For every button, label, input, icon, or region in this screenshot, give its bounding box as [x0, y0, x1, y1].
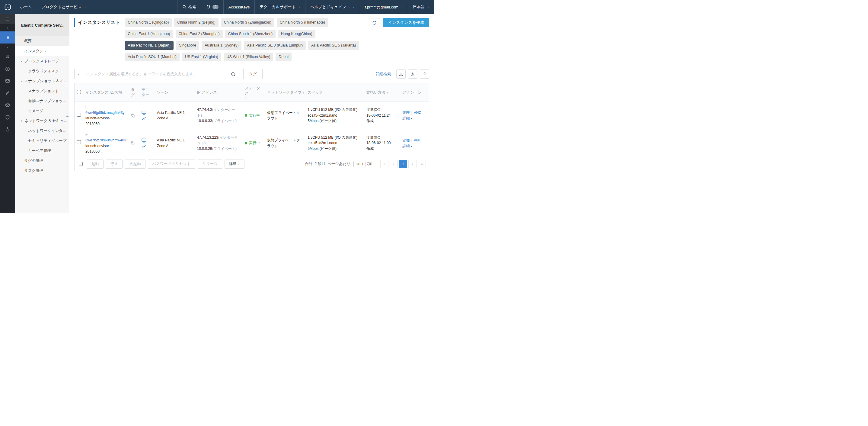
alibaba-cloud-logo[interactable] — [0, 0, 15, 14]
row-checkbox[interactable] — [77, 113, 81, 117]
sidebar-resize-handle[interactable] — [66, 114, 68, 117]
search-button[interactable] — [226, 69, 240, 79]
footer-select-all-checkbox[interactable] — [79, 162, 83, 166]
region-tab[interactable]: China East 2 (Shanghai) — [176, 30, 223, 38]
package-icon[interactable] — [0, 99, 15, 111]
nav-help[interactable]: ヘルプとドキュメント▼ — [305, 0, 360, 14]
select-all-checkbox[interactable] — [77, 90, 81, 94]
lab-icon[interactable] — [0, 123, 15, 135]
menu-icon[interactable] — [0, 14, 15, 24]
vnc-link[interactable]: VNC — [414, 138, 421, 142]
sidebar-item-task-management[interactable]: タスク管理 — [15, 166, 69, 176]
edit-icon[interactable] — [0, 87, 15, 99]
create-instance-button[interactable]: インスタンスを作成 — [383, 18, 429, 27]
sidebar-item-overview[interactable]: 概要 — [15, 36, 69, 46]
settings-button[interactable] — [408, 69, 417, 79]
more-actions-link[interactable]: 詳細 — [403, 144, 410, 148]
region-tab[interactable]: Asia Pacific SOU 1 (Mumbai) — [125, 53, 180, 61]
nav-home[interactable]: ホーム — [15, 0, 37, 14]
search-attribute-select[interactable]: ▼ — [74, 69, 83, 79]
region-tab[interactable]: China North 3 (Zhangjiakou) — [221, 18, 274, 27]
region-tab[interactable]: China North 2 (Beijing) — [174, 18, 218, 27]
reset-password-button[interactable]: パスワードのリセット — [148, 160, 195, 169]
region-tab[interactable]: China North 1 (Qingdao) — [125, 18, 172, 27]
caret-down-icon[interactable]: ▼ — [0, 44, 15, 51]
start-button[interactable]: 起動 — [87, 160, 103, 169]
vnc-link[interactable]: VNC — [414, 111, 421, 115]
region-tab[interactable]: Asia Pacific SE 5 (Jakarta) — [308, 41, 359, 50]
col-tag: タグ — [129, 83, 139, 102]
manage-link[interactable]: 管理 — [403, 111, 410, 115]
instance-id-link[interactable]: i-6we7rvz7ds68svhmw403 — [85, 132, 126, 143]
monitoring-chart-icon[interactable] — [142, 144, 146, 148]
sidebar-group-block-storage[interactable]: ▼ブロックストレージ — [15, 56, 69, 66]
nav-account[interactable]: f.pr****@gmail.com▼ — [360, 0, 408, 14]
tag-filter-button[interactable]: タグ — [243, 69, 262, 79]
sidebar-item-tag-management[interactable]: タグの管理 — [15, 156, 69, 166]
nav-search[interactable]: 検索 — [177, 0, 201, 14]
current-page-button[interactable]: 1 — [399, 160, 407, 168]
sidebar-item-instances[interactable]: インスタンス — [15, 46, 69, 56]
public-ip: 47.74.4.3 — [197, 108, 212, 112]
region-tab[interactable]: China East 1 (Hangzhou) — [125, 30, 173, 38]
tag-icon[interactable] — [131, 141, 135, 146]
monitoring-chart-icon[interactable] — [142, 117, 146, 120]
nav-support[interactable]: テクニカルサポート▼ — [254, 0, 305, 14]
sidebar-group-snapshots[interactable]: ▼スナップショット & イ… — [15, 76, 69, 86]
instances-list-icon[interactable] — [0, 31, 15, 44]
per-page-select[interactable]: 20▲▼ — [353, 161, 366, 167]
sidebar-item-snapshot[interactable]: スナップショット — [15, 86, 69, 96]
region-tab[interactable]: China North 5 (Huhehaote) — [277, 18, 328, 27]
sidebar-item-network-interface[interactable]: ネットワークインタ… — [15, 126, 69, 136]
export-button[interactable] — [396, 69, 406, 79]
region-tab[interactable]: Dubai — [276, 53, 291, 61]
search-input[interactable] — [83, 69, 226, 79]
shield-icon[interactable] — [0, 111, 15, 123]
mail-icon[interactable] — [0, 75, 15, 87]
nav-notifications[interactable]: 0 — [201, 0, 223, 14]
remote-connect-icon[interactable] — [142, 138, 146, 143]
sidebar-group-network-security[interactable]: ▼ネットワーク & セキュ… — [15, 116, 69, 126]
caret-down-icon[interactable]: ▼ — [0, 24, 15, 31]
sidebar-item-images[interactable]: イメージ — [15, 106, 69, 116]
release-button[interactable]: リリース — [198, 160, 222, 169]
region-tab-active[interactable]: Asia Pacific NE 1 (Japan) — [125, 41, 174, 50]
tag-icon[interactable] — [131, 113, 135, 118]
region-tab[interactable]: US West 1 (Silicon Valley) — [224, 53, 273, 61]
more-actions-link[interactable]: 詳細 — [403, 116, 410, 120]
instance-id-link[interactable]: i-6we46jp85dznncg5u43y — [85, 104, 126, 115]
col-status-sort[interactable]: ステータス▼ — [242, 83, 265, 102]
remote-connect-icon[interactable] — [142, 111, 146, 115]
billing-icon[interactable]: $ — [0, 63, 15, 75]
region-tab[interactable]: Singapore — [176, 41, 199, 50]
stop-button[interactable]: 停止 — [106, 160, 123, 169]
help-button[interactable]: ? — [420, 69, 429, 79]
advanced-search-link[interactable]: 詳細検索 — [376, 72, 391, 77]
more-actions-button[interactable]: 詳細▼ — [224, 160, 245, 169]
col-network-type-sort[interactable]: ネットワークタイプ▼ — [265, 83, 305, 102]
page-title: インスタンスリスト — [74, 18, 120, 27]
region-tab[interactable]: Hong Kong(China) — [278, 30, 315, 38]
restart-button[interactable]: 再起動 — [125, 160, 146, 169]
next-page-button[interactable]: › — [408, 160, 416, 168]
region-tab[interactable]: Asia Pacific SE 3 (Kuala Lumpur) — [244, 41, 306, 50]
region-tab[interactable]: China South 1 (Shenzhen) — [225, 30, 276, 38]
sidebar-item-security-groups[interactable]: セキュリティグループ — [15, 136, 69, 146]
col-billing-sort[interactable]: 支払い方法▼ — [364, 83, 400, 102]
nav-access-keys[interactable]: AccessKeys — [223, 0, 255, 14]
region-tab[interactable]: US East 1 (Virginia) — [182, 53, 221, 61]
nav-products[interactable]: プロダクトとサービス▼ — [37, 0, 91, 14]
sidebar-item-cloud-disk[interactable]: クラウドディスク — [15, 66, 69, 76]
help-icon: ? — [424, 72, 426, 76]
region-tab[interactable]: Australia 1 (Sydney) — [202, 41, 242, 50]
prev-page-button[interactable]: ‹ — [390, 160, 398, 168]
user-icon[interactable] — [0, 51, 15, 63]
sidebar-item-key-pairs[interactable]: キーペア管理 — [15, 146, 69, 156]
row-checkbox[interactable] — [77, 140, 81, 144]
sidebar-item-auto-snapshot[interactable]: 自動スナップショッ… — [15, 96, 69, 106]
first-page-button[interactable]: « — [380, 160, 389, 168]
refresh-button[interactable] — [369, 18, 380, 27]
last-page-button[interactable]: » — [418, 160, 426, 168]
nav-language[interactable]: 日本語▼ — [408, 0, 434, 14]
manage-link[interactable]: 管理 — [403, 138, 410, 142]
